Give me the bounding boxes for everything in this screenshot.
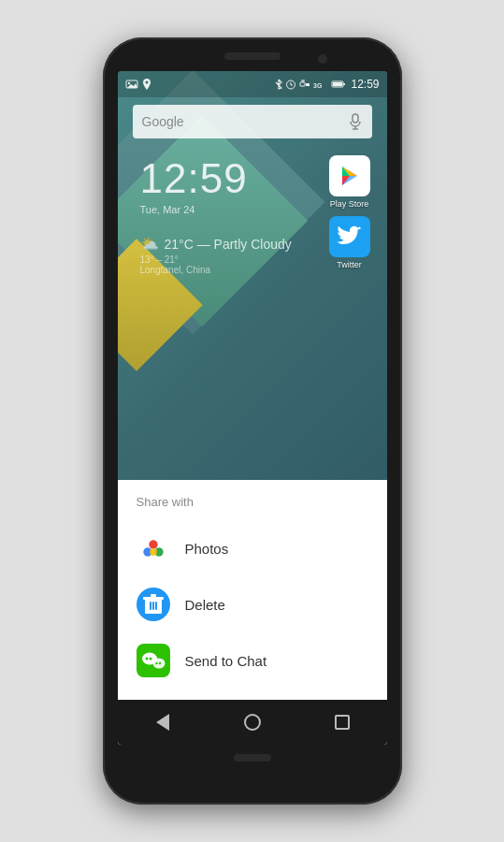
svg-point-36 — [145, 658, 148, 661]
play-store-label: Play Store — [330, 199, 369, 209]
play-store-app[interactable]: Play Store — [325, 155, 374, 209]
svg-point-28 — [150, 548, 157, 556]
twitter-label: Twitter — [337, 260, 362, 269]
svg-rect-34 — [151, 594, 156, 597]
weather-cloud-icon: ⛅ — [140, 235, 159, 253]
delete-app-icon — [137, 588, 170, 621]
mic-icon[interactable] — [348, 114, 363, 129]
nav-bar — [118, 700, 387, 745]
wechat-app-icon — [137, 644, 170, 677]
svg-rect-14 — [333, 82, 342, 86]
weather-main: ⛅ 21°C — Partly Cloudy — [140, 235, 292, 253]
svg-rect-33 — [143, 597, 164, 600]
share-item-chat-label: Send to Chat — [185, 653, 267, 669]
svg-rect-7 — [300, 82, 305, 86]
svg-text:3G: 3G — [313, 82, 323, 89]
phone-screen: 3G 12:59 Google — [118, 71, 387, 745]
clock-area: 12:59 Tue, Mar 24 — [140, 155, 248, 215]
svg-rect-30 — [150, 602, 151, 610]
recents-button[interactable] — [324, 704, 361, 741]
share-item-photos[interactable]: Photos — [118, 520, 387, 576]
svg-point-40 — [158, 662, 160, 664]
share-title: Share with — [118, 495, 387, 520]
weather-range: 13° – 21° — [140, 254, 292, 265]
vpn-icon — [299, 80, 310, 89]
play-store-icon — [329, 155, 370, 196]
svg-rect-32 — [155, 602, 157, 610]
location-icon — [142, 79, 151, 90]
back-button[interactable] — [144, 704, 181, 741]
svg-rect-15 — [353, 114, 358, 123]
share-item-delete-label: Delete — [185, 597, 225, 613]
alarm-icon — [285, 79, 296, 90]
status-left-icons — [125, 79, 151, 90]
clock-time: 12:59 — [140, 155, 248, 202]
weather-location: Longtanel, China — [140, 265, 292, 275]
svg-point-39 — [155, 662, 157, 664]
search-bar[interactable]: Google — [133, 105, 372, 138]
signal-icon: 3G — [313, 80, 328, 89]
phone-speaker — [224, 52, 281, 60]
svg-rect-10 — [306, 83, 310, 86]
svg-rect-31 — [152, 602, 154, 610]
home-icon — [244, 714, 261, 731]
svg-rect-13 — [343, 83, 345, 85]
app-icons: Play Store Twitter — [325, 155, 374, 269]
svg-point-37 — [149, 658, 151, 661]
photos-app-icon — [137, 531, 170, 565]
twitter-app[interactable]: Twitter — [325, 216, 374, 269]
back-icon — [156, 714, 169, 731]
clock-date: Tue, Mar 24 — [140, 204, 248, 215]
status-time: 12:59 — [351, 78, 379, 91]
share-item-photos-label: Photos — [185, 541, 229, 557]
phone-camera — [318, 54, 327, 64]
status-bar: 3G 12:59 — [118, 71, 387, 97]
svg-point-3 — [145, 81, 148, 84]
svg-point-1 — [127, 82, 129, 84]
phone-home-button[interactable] — [234, 754, 271, 762]
status-right-icons: 3G 12:59 — [275, 78, 379, 91]
image-icon — [125, 80, 138, 89]
svg-point-25 — [149, 541, 157, 549]
battery-icon — [331, 80, 346, 89]
twitter-icon — [329, 216, 370, 257]
phone-outer: 3G 12:59 Google — [103, 37, 402, 805]
share-item-send-chat[interactable]: Send to Chat — [118, 632, 387, 689]
share-item-delete[interactable]: Delete — [118, 576, 387, 632]
recents-icon — [335, 715, 350, 730]
bluetooth-icon — [275, 79, 282, 90]
weather-temp: 21°C — Partly Cloudy — [165, 237, 292, 252]
weather-area: ⛅ 21°C — Partly Cloudy 13° – 21° Longtan… — [140, 235, 292, 275]
home-button[interactable] — [234, 704, 271, 741]
search-text: Google — [142, 114, 184, 129]
